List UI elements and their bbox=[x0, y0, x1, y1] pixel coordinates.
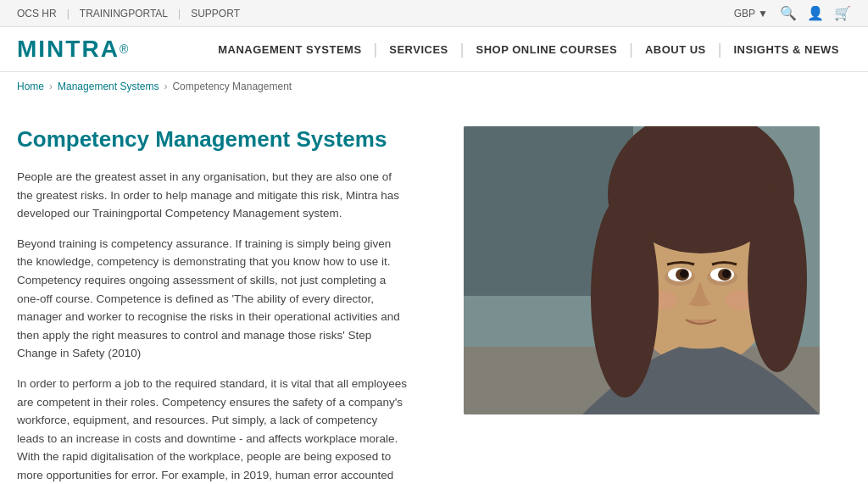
top-bar-links: OCS HR | TRAININGPORTAL | SUPPORT bbox=[17, 8, 240, 19]
svg-point-15 bbox=[722, 270, 731, 278]
paragraph-2: Beyond training is competency assurance.… bbox=[17, 235, 407, 363]
breadcrumb-home[interactable]: Home bbox=[17, 81, 44, 92]
main-content: Competency Management Systems People are… bbox=[0, 101, 868, 484]
page-title: Competency Management Systems bbox=[17, 126, 407, 153]
nav-links: MANAGEMENT SYSTEMS | SERVICES | SHOP ONL… bbox=[206, 41, 851, 58]
logo-text: MINTRA bbox=[17, 36, 120, 63]
nav-link-insights[interactable]: INSIGHTS & NEWS bbox=[721, 43, 851, 56]
nav-link-about[interactable]: ABOUT US bbox=[633, 43, 718, 56]
nav-link-shop[interactable]: SHOP ONLINE COURSES bbox=[464, 43, 629, 56]
svg-point-18 bbox=[591, 194, 659, 398]
breadcrumb-section[interactable]: Management Systems bbox=[58, 81, 159, 92]
top-bar-sep-1: | bbox=[67, 8, 70, 19]
hero-svg bbox=[464, 126, 820, 414]
main-nav: MINTRA® MANAGEMENT SYSTEMS | SERVICES | … bbox=[0, 27, 868, 72]
breadcrumb-sep-2: › bbox=[164, 81, 167, 92]
hero-image-inner bbox=[464, 126, 820, 414]
hero-image bbox=[464, 126, 820, 414]
top-bar-link-trainingportal[interactable]: TRAININGPORTAL bbox=[80, 8, 168, 19]
top-bar: OCS HR | TRAININGPORTAL | SUPPORT GBP ▼ … bbox=[0, 0, 868, 27]
logo[interactable]: MINTRA® bbox=[17, 36, 128, 63]
paragraph-1: People are the greatest asset in any org… bbox=[17, 168, 407, 223]
svg-point-14 bbox=[680, 270, 688, 278]
user-icon[interactable]: 👤 bbox=[807, 5, 824, 21]
nav-link-services[interactable]: SERVICES bbox=[377, 43, 460, 56]
svg-point-19 bbox=[748, 186, 807, 372]
top-bar-link-support[interactable]: SUPPORT bbox=[191, 8, 240, 19]
breadcrumb: Home › Management Systems › Competency M… bbox=[0, 72, 868, 101]
top-bar-sep-2: | bbox=[178, 8, 181, 19]
currency-label: GBP bbox=[734, 8, 755, 19]
breadcrumb-sep-1: › bbox=[49, 81, 53, 92]
content-right bbox=[432, 126, 851, 484]
currency-arrow: ▼ bbox=[758, 8, 768, 19]
paragraph-3-text: In order to perform a job to the require… bbox=[17, 377, 407, 484]
top-bar-right: GBP ▼ 🔍 👤 🛒 bbox=[734, 5, 851, 21]
paragraph-3: In order to perform a job to the require… bbox=[17, 375, 407, 484]
search-icon[interactable]: 🔍 bbox=[780, 5, 797, 21]
top-bar-link-ocshr[interactable]: OCS HR bbox=[17, 8, 57, 19]
cart-icon[interactable]: 🛒 bbox=[834, 5, 851, 21]
content-left: Competency Management Systems People are… bbox=[17, 126, 407, 484]
breadcrumb-current: Competency Management bbox=[172, 81, 292, 92]
currency-selector[interactable]: GBP ▼ bbox=[734, 8, 768, 19]
logo-reg: ® bbox=[120, 42, 128, 56]
top-bar-icons: 🔍 👤 🛒 bbox=[780, 5, 851, 21]
nav-link-management[interactable]: MANAGEMENT SYSTEMS bbox=[206, 43, 373, 56]
